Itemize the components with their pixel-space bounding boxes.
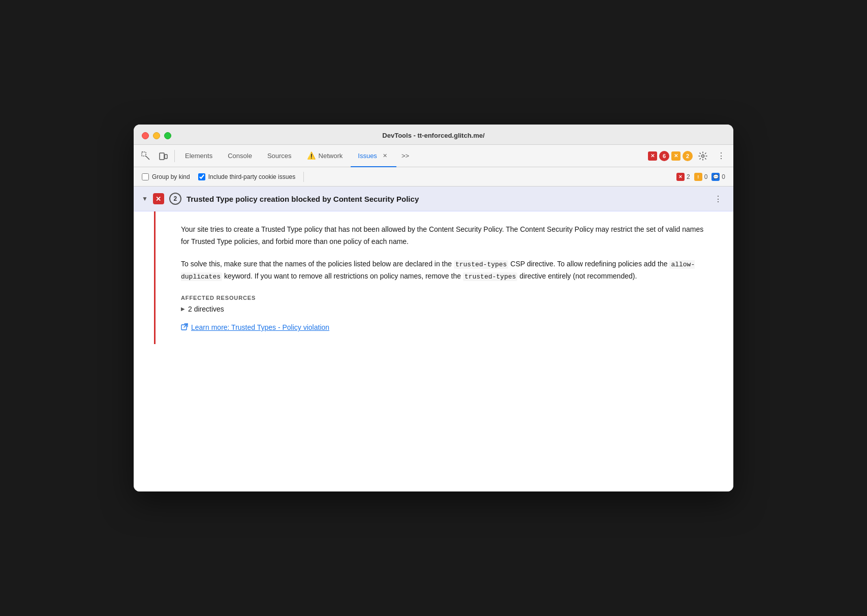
issue-chevron-icon: ▼ bbox=[142, 195, 148, 202]
tab-console[interactable]: Console bbox=[221, 145, 259, 167]
issues-subbar: Group by kind Include third-party cookie… bbox=[134, 167, 733, 187]
tab-elements[interactable]: Elements bbox=[178, 145, 220, 167]
tab-sources[interactable]: Sources bbox=[260, 145, 299, 167]
error-badge-icon: ✕ bbox=[648, 151, 657, 161]
subbar-error-icon: ✕ bbox=[676, 173, 685, 181]
subbar-warning-icon: ! bbox=[694, 173, 702, 181]
warning-badge-icon: ✕ bbox=[671, 151, 680, 161]
svg-rect-2 bbox=[165, 155, 167, 159]
maximize-button[interactable] bbox=[164, 132, 171, 139]
code-trusted-types-1: trusted-types bbox=[454, 260, 508, 269]
svg-point-3 bbox=[702, 155, 704, 157]
issues-tab-close[interactable]: ✕ bbox=[381, 151, 389, 160]
include-third-party-checkbox[interactable] bbox=[198, 173, 205, 180]
subbar-warning-count: 0 bbox=[704, 173, 708, 180]
network-warning-icon: ⚠️ bbox=[307, 151, 316, 160]
title-bar: DevTools - tt-enforced.glitch.me/ bbox=[134, 125, 733, 145]
code-trusted-types-2: trusted-types bbox=[463, 272, 517, 281]
close-button[interactable] bbox=[142, 132, 149, 139]
issue-description: Your site tries to create a Trusted Type… bbox=[181, 224, 713, 248]
learn-more-link[interactable]: Learn more: Trusted Types - Policy viola… bbox=[181, 323, 713, 332]
traffic-lights bbox=[142, 132, 171, 139]
svg-rect-0 bbox=[142, 152, 146, 156]
tab-overflow-button[interactable]: >> bbox=[397, 145, 413, 167]
affected-resources-section: AFFECTED RESOURCES ▶ 2 directives bbox=[181, 295, 713, 313]
directives-label: 2 directives bbox=[188, 305, 224, 313]
subbar-warning-group: ! 0 bbox=[694, 173, 708, 181]
include-third-party-label[interactable]: Include third-party cookie issues bbox=[198, 173, 295, 180]
issue-more-button[interactable]: ⋮ bbox=[711, 192, 725, 206]
subbar-error-count: 2 bbox=[687, 173, 690, 180]
subbar-info-group: 💬 0 bbox=[711, 173, 725, 181]
directives-row[interactable]: ▶ 2 directives bbox=[181, 305, 713, 313]
issue-title: Trusted Type policy creation blocked by … bbox=[187, 195, 706, 203]
inspect-element-button[interactable] bbox=[138, 148, 154, 164]
issues-content-area: ▼ ✕ 2 Trusted Type policy creation block… bbox=[134, 187, 733, 491]
group-by-kind-label[interactable]: Group by kind bbox=[142, 173, 190, 180]
toolbar-separator bbox=[174, 150, 175, 162]
window-title: DevTools - tt-enforced.glitch.me/ bbox=[382, 132, 484, 139]
more-options-button[interactable]: ⋮ bbox=[713, 148, 729, 164]
group-by-kind-checkbox[interactable] bbox=[142, 173, 149, 180]
external-link-icon bbox=[181, 323, 188, 332]
learn-more-text: Learn more: Trusted Types - Policy viola… bbox=[191, 323, 329, 331]
minimize-button[interactable] bbox=[153, 132, 160, 139]
error-count-badge: 6 bbox=[659, 151, 669, 161]
subbar-info-icon: 💬 bbox=[711, 173, 720, 181]
issue-header[interactable]: ▼ ✕ 2 Trusted Type policy creation block… bbox=[134, 187, 733, 211]
issue-solution: To solve this, make sure that the names … bbox=[181, 258, 713, 283]
devtools-window: DevTools - tt-enforced.glitch.me/ Elemen… bbox=[134, 125, 733, 491]
tab-issues[interactable]: Issues ✕ bbox=[351, 145, 396, 167]
issue-body: Your site tries to create a Trusted Type… bbox=[154, 211, 733, 344]
subbar-right: ✕ 2 ! 0 💬 0 bbox=[676, 173, 725, 181]
toolbar: Elements Console Sources ⚠️ Network Issu… bbox=[134, 145, 733, 167]
subbar-info-count: 0 bbox=[722, 173, 725, 180]
warning-count-badge: 2 bbox=[683, 151, 693, 161]
toolbar-right: ✕ 6 ✕ 2 ⋮ bbox=[648, 148, 729, 164]
device-toolbar-button[interactable] bbox=[155, 148, 171, 164]
tab-network[interactable]: ⚠️ Network bbox=[300, 145, 350, 167]
subbar-divider bbox=[303, 172, 304, 182]
issue-count-badge: 2 bbox=[169, 193, 181, 205]
svg-rect-1 bbox=[160, 153, 164, 160]
issue-error-icon: ✕ bbox=[153, 193, 164, 204]
affected-resources-label: AFFECTED RESOURCES bbox=[181, 295, 713, 301]
directives-triangle-icon: ▶ bbox=[181, 306, 185, 312]
subbar-error-group: ✕ 2 bbox=[676, 173, 690, 181]
settings-button[interactable] bbox=[695, 148, 711, 164]
